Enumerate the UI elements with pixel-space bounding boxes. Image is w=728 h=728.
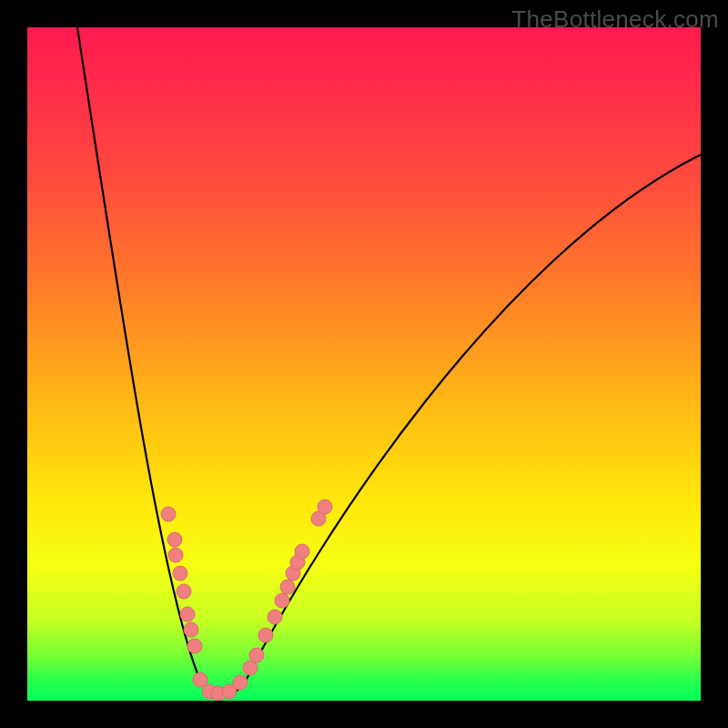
data-point — [193, 672, 207, 687]
data-point — [167, 532, 182, 547]
plot-area — [27, 27, 701, 701]
data-point — [258, 628, 273, 642]
watermark-text: TheBottleneck.com — [511, 5, 719, 34]
chart-frame: TheBottleneck.com — [0, 0, 728, 728]
data-point — [177, 584, 191, 599]
data-point — [249, 648, 264, 662]
data-point — [280, 580, 295, 594]
data-point — [168, 548, 183, 562]
data-point — [180, 607, 195, 622]
data-point — [275, 593, 289, 608]
data-point — [161, 507, 176, 521]
data-point — [184, 622, 198, 637]
data-point — [268, 610, 282, 624]
chart-svg — [27, 27, 701, 701]
data-point — [318, 500, 332, 514]
data-point — [295, 544, 309, 559]
bottleneck-curve — [77, 27, 701, 696]
data-point — [243, 661, 258, 675]
data-point — [187, 639, 202, 653]
data-point — [173, 566, 187, 581]
data-markers — [161, 500, 332, 701]
data-point — [233, 675, 248, 690]
